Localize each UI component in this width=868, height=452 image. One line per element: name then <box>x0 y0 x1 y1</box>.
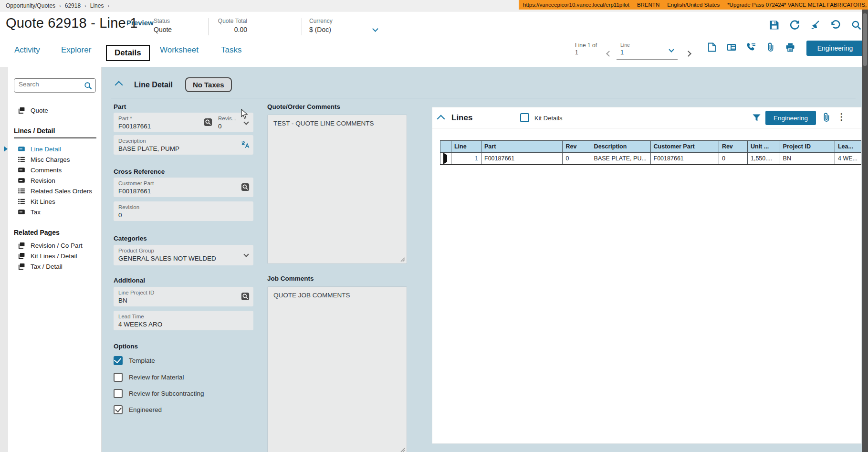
sidebar-item-tax[interactable]: Tax <box>13 207 96 217</box>
clear-broom-icon[interactable] <box>810 20 820 30</box>
revision-field[interactable]: Revision 0 <box>114 201 253 221</box>
column-header-selector[interactable] <box>440 141 451 153</box>
filter-funnel-icon[interactable] <box>752 113 761 122</box>
sidebar-search[interactable] <box>14 78 96 93</box>
customer-part-search-icon[interactable] <box>241 183 250 191</box>
cell-rev2[interactable]: 0 <box>719 153 747 165</box>
pages-icon <box>18 252 25 260</box>
breadcrumb-item[interactable]: 62918 <box>65 2 81 9</box>
engineering-button[interactable]: Engineering <box>765 111 816 125</box>
panel-title: Line Detail <box>134 81 173 89</box>
quote-order-comments-textarea[interactable]: TEST - QUOTE LINE COMMENTS <box>267 115 407 264</box>
sidebar-item-line-detail[interactable]: Line Detail <box>13 144 96 154</box>
cell-part[interactable]: F00187661 <box>481 153 563 165</box>
currency-chevron-down-icon[interactable] <box>372 26 378 32</box>
translate-icon[interactable] <box>241 140 250 149</box>
checkbox-checked-icon[interactable] <box>114 405 123 414</box>
phone-list-icon[interactable] <box>746 42 756 52</box>
breadcrumb-item[interactable]: Lines <box>90 2 104 9</box>
search-input[interactable] <box>19 81 81 88</box>
new-document-icon[interactable] <box>707 42 717 52</box>
search-icon[interactable] <box>84 82 92 90</box>
print-icon[interactable] <box>785 42 795 52</box>
previous-line-chevron-icon[interactable] <box>607 49 611 58</box>
sidebar-item-tax-detail[interactable]: Tax / Detail <box>13 261 96 272</box>
column-header-unit[interactable]: Unit ... <box>747 141 780 153</box>
revision-dropdown-field[interactable]: Revis... 0 <box>213 113 253 132</box>
kit-details-checkbox[interactable] <box>520 113 529 122</box>
sidebar-item-label: Revision <box>31 177 55 184</box>
collapse-chevron-up-icon[interactable] <box>437 115 445 123</box>
sidebar-item-revision[interactable]: Revision <box>13 175 96 186</box>
tab-tasks[interactable]: Tasks <box>221 45 241 55</box>
sidebar-item-misc-charges[interactable]: Misc Charges <box>13 154 96 165</box>
product-group-field[interactable]: Product Group GENERAL SALES NOT WELDED <box>114 245 253 265</box>
checkbox-unchecked-icon[interactable] <box>114 373 123 382</box>
sidebar-item-label: Comments <box>31 167 62 174</box>
cell-unit[interactable]: 1,550.... <box>747 153 780 165</box>
column-header-rev2[interactable]: Rev <box>719 141 747 153</box>
tab-activity[interactable]: Activity <box>14 45 40 55</box>
resize-grip-icon[interactable] <box>400 448 405 452</box>
memo-card-icon[interactable] <box>727 42 736 52</box>
part-field[interactable]: Part * F00187661 <box>114 113 216 132</box>
cell-project-id[interactable]: BN <box>780 153 835 165</box>
description-field[interactable]: Description BASE PLATE, PUMP <box>114 135 253 155</box>
cell-description[interactable]: BASE PLATE, PU... <box>591 153 650 165</box>
sidebar-item-label: Kit Lines / Detail <box>31 252 77 260</box>
save-button[interactable] <box>769 20 779 30</box>
cell-lead[interactable]: 4 WE... <box>835 153 861 165</box>
cell-line[interactable]: 1 <box>451 153 481 165</box>
vertical-scrollbar[interactable] <box>862 10 868 452</box>
part-search-icon[interactable] <box>204 118 212 126</box>
sidebar-item-label: Misc Charges <box>31 156 70 163</box>
engineered-checkbox[interactable]: Engineered <box>114 405 162 414</box>
sidebar-item-related-sales-orders[interactable]: Related Sales Orders <box>13 186 96 196</box>
paperclip-icon[interactable] <box>822 113 831 122</box>
sidebar-item-kit-lines-detail[interactable]: Kit Lines / Detail <box>13 251 96 261</box>
table-row[interactable]: 1 F00187661 0 BASE PLATE, PU... F0018766… <box>440 153 861 165</box>
currency-field[interactable]: Currency $ (Doc) <box>309 18 333 33</box>
next-line-chevron-icon[interactable] <box>686 49 690 58</box>
sidebar-item-quote[interactable]: Quote <box>13 105 96 116</box>
template-checkbox[interactable]: Template <box>114 356 155 365</box>
column-header-description[interactable]: Description <box>591 141 650 153</box>
resize-grip-icon[interactable] <box>400 257 405 262</box>
collapse-chevron-up-icon[interactable] <box>115 81 123 89</box>
engineering-button[interactable]: Engineering <box>806 41 864 56</box>
review-for-subcontracting-checkbox[interactable]: Review for Subcontracting <box>114 389 204 398</box>
job-comments-textarea[interactable]: QUOTE JOB COMMENTS <box>267 286 407 452</box>
tab-details[interactable]: Details <box>106 45 150 61</box>
line-project-id-field[interactable]: Line Project ID BN <box>114 287 253 306</box>
column-header-lead[interactable]: Lea... <box>835 141 861 153</box>
column-header-line[interactable]: Line <box>451 141 481 153</box>
sidebar-item-comments[interactable]: Comments <box>13 165 96 175</box>
checkbox-checked-icon[interactable] <box>114 356 123 365</box>
scrollbar-thumb[interactable] <box>863 13 867 66</box>
sidebar-item-kit-lines[interactable]: Kit Lines <box>13 196 96 207</box>
lead-time-field[interactable]: Lead Time 4 WEEKS ARO <box>114 311 253 330</box>
checkbox-unchecked-icon[interactable] <box>114 389 123 398</box>
cell-customer-part[interactable]: F00187661 <box>650 153 719 165</box>
column-header-part[interactable]: Part <box>481 141 563 153</box>
project-id-search-icon[interactable] <box>241 292 250 301</box>
search-icon[interactable] <box>851 20 861 30</box>
tab-worksheet[interactable]: Worksheet <box>160 45 199 55</box>
column-header-project-id[interactable]: Project ID <box>780 141 835 153</box>
line-selector-dropdown[interactable]: Line 1 <box>617 41 678 60</box>
breadcrumb-item[interactable]: Opportunity/Quotes <box>6 2 55 9</box>
sidebar-section-title: Related Pages <box>14 229 96 239</box>
overflow-menu-icon[interactable]: ⋮ <box>837 111 844 122</box>
customer-part-field[interactable]: Customer Part F00187661 <box>114 178 253 197</box>
sidebar-item-revision-co-part[interactable]: Revision / Co Part <box>13 240 96 251</box>
refresh-icon[interactable] <box>790 20 800 30</box>
row-selector-cell[interactable] <box>440 153 451 165</box>
undo-icon[interactable] <box>831 20 841 30</box>
column-header-rev[interactable]: Rev <box>563 141 591 153</box>
kit-details-label: Kit Details <box>534 115 563 122</box>
tab-explorer[interactable]: Explorer <box>61 45 91 55</box>
cell-rev[interactable]: 0 <box>563 153 591 165</box>
paperclip-icon[interactable] <box>766 42 775 52</box>
review-for-material-checkbox[interactable]: Review for Material <box>114 373 184 382</box>
column-header-customer-part[interactable]: Customer Part <box>650 141 719 153</box>
